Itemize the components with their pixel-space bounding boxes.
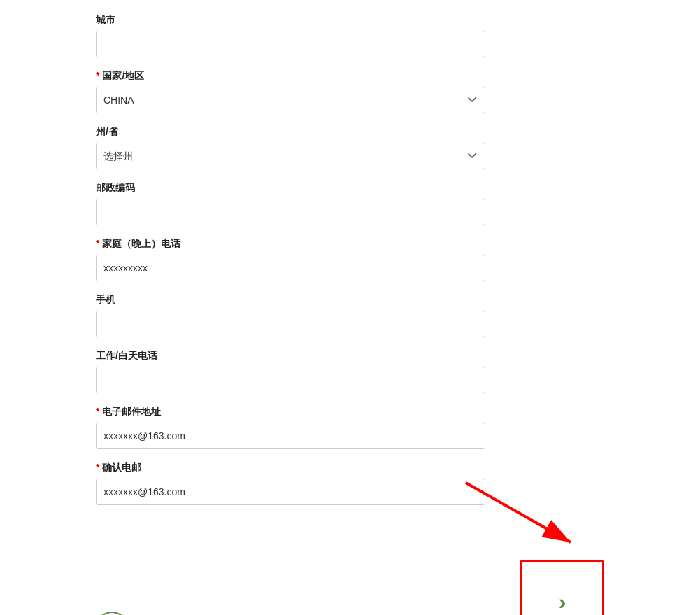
postal-code-input[interactable] bbox=[96, 199, 485, 225]
email-group: *电子邮件地址 bbox=[96, 406, 604, 449]
postal-code-group: 邮政编码 bbox=[96, 182, 604, 225]
mobile-label: 手机 bbox=[96, 294, 604, 306]
work-phone-label: 工作/白天电话 bbox=[96, 350, 604, 362]
work-phone-input[interactable] bbox=[96, 367, 485, 393]
next-chevron-icon: › bbox=[559, 589, 566, 615]
email-input[interactable] bbox=[96, 423, 485, 449]
postal-code-label: 邮政编码 bbox=[96, 182, 604, 195]
next-button[interactable]: › bbox=[520, 560, 604, 615]
country-required-star: * bbox=[96, 70, 99, 81]
city-label: 城市 bbox=[96, 14, 604, 27]
email-required-star: * bbox=[96, 406, 99, 417]
confirm-email-group: *确认电邮 bbox=[96, 462, 604, 505]
email-label: *电子邮件地址 bbox=[96, 406, 604, 418]
province-select[interactable]: 选择州 北京 上海 广东 浙江 bbox=[96, 143, 485, 169]
province-group: 州/省 选择州 北京 上海 广东 浙江 bbox=[96, 126, 604, 169]
province-label: 州/省 bbox=[96, 126, 604, 139]
country-label: *国家/地区 bbox=[96, 70, 604, 83]
mobile-input[interactable] bbox=[96, 311, 485, 337]
city-input[interactable] bbox=[96, 31, 485, 57]
country-group: *国家/地区 CHINA United States Japan Korea bbox=[96, 70, 604, 113]
page-wrapper: 城市 *国家/地区 CHINA United States Japan Kore… bbox=[0, 0, 700, 615]
home-phone-required-star: * bbox=[96, 238, 99, 249]
city-group: 城市 bbox=[96, 14, 604, 57]
home-phone-input[interactable] bbox=[96, 255, 485, 281]
country-select[interactable]: CHINA United States Japan Korea bbox=[96, 87, 485, 113]
mobile-group: 手机 bbox=[96, 294, 604, 337]
bottom-nav: ‹ › bbox=[0, 546, 700, 615]
confirm-email-label: *确认电邮 bbox=[96, 462, 604, 474]
back-button[interactable]: ‹ bbox=[96, 612, 128, 615]
work-phone-group: 工作/白天电话 bbox=[96, 350, 604, 393]
next-button-wrapper: › bbox=[520, 560, 604, 615]
home-phone-group: *家庭（晚上）电话 bbox=[96, 238, 604, 281]
confirm-email-required-star: * bbox=[96, 462, 99, 473]
confirm-email-input[interactable] bbox=[96, 479, 485, 505]
form-container: 城市 *国家/地区 CHINA United States Japan Kore… bbox=[0, 0, 700, 546]
home-phone-label: *家庭（晚上）电话 bbox=[96, 238, 604, 250]
